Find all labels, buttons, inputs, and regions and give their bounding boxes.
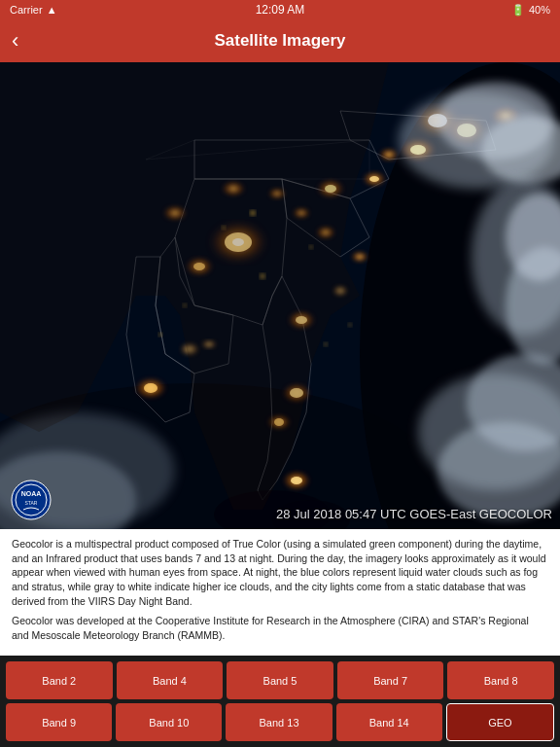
description-paragraph-1: Geocolor is a multispectral product comp… xyxy=(12,537,548,608)
page-title: Satellite Imagery xyxy=(214,31,345,51)
satellite-svg xyxy=(0,62,560,529)
band-btn-geo[interactable]: GEO xyxy=(446,703,554,741)
svg-point-42 xyxy=(348,323,352,327)
svg-point-17 xyxy=(351,251,368,263)
band-btn-band-2[interactable]: Band 2 xyxy=(6,661,113,699)
back-button[interactable]: ‹ xyxy=(12,28,18,53)
battery-label: 40% xyxy=(529,4,550,16)
description-paragraph-2: Geocolor was developed at the Cooperativ… xyxy=(12,614,548,642)
svg-text:STAR: STAR xyxy=(25,500,38,506)
satellite-canvas: 28 Jul 2018 05:47 UTC GOES-East GEOCOLOR… xyxy=(0,62,560,529)
band-btn-band-4[interactable]: Band 4 xyxy=(117,661,224,699)
timestamp-overlay: 28 Jul 2018 05:47 UTC GOES-East GEOCOLOR xyxy=(276,507,552,521)
svg-point-27 xyxy=(144,383,158,393)
band-btn-band-5[interactable]: Band 5 xyxy=(227,661,333,699)
text-content: Geocolor is a multispectral product comp… xyxy=(0,529,560,656)
band-btn-band-9[interactable]: Band 9 xyxy=(6,703,112,741)
status-time: 12:09 AM xyxy=(256,3,305,17)
band-btn-band-10[interactable]: Band 10 xyxy=(116,703,222,741)
noaa-logo: NOAA STAR xyxy=(10,479,52,521)
satellite-image: 28 Jul 2018 05:47 UTC GOES-East GEOCOLOR… xyxy=(0,62,560,529)
band-row-2: Band 9Band 10Band 13Band 14GEO xyxy=(6,703,554,741)
svg-point-9 xyxy=(369,176,379,182)
band-btn-band-7[interactable]: Band 7 xyxy=(337,661,444,699)
svg-point-10 xyxy=(379,148,399,161)
svg-text:NOAA: NOAA xyxy=(21,490,42,497)
svg-point-40 xyxy=(158,333,162,337)
band-btn-band-14[interactable]: Band 14 xyxy=(336,703,442,741)
band-row-1: Band 2Band 4Band 5Band 7Band 8 xyxy=(6,661,554,699)
svg-point-41 xyxy=(324,342,328,346)
carrier-label: Carrier xyxy=(10,4,43,16)
band-btn-band-13[interactable]: Band 13 xyxy=(226,703,332,741)
band-btn-band-8[interactable]: Band 8 xyxy=(447,661,554,699)
wifi-icon: ▲ xyxy=(47,4,57,16)
status-bar: Carrier ▲ 12:09 AM 🔋 40% xyxy=(0,0,560,19)
nav-bar: ‹ Satellite Imagery xyxy=(0,19,560,62)
svg-point-25 xyxy=(291,477,302,484)
band-buttons-container: Band 2Band 4Band 5Band 7Band 8 Band 9Ban… xyxy=(0,656,560,747)
battery-icon: 🔋 xyxy=(511,4,525,17)
